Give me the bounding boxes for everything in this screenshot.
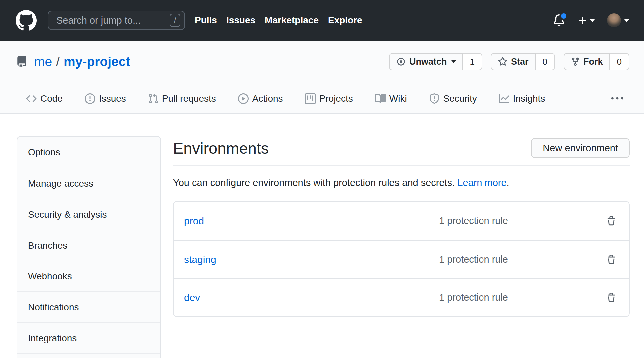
graph-icon [499, 93, 509, 104]
tab-pull-requests[interactable]: Pull requests [148, 93, 216, 104]
environments-panel: Environments New environment You can con… [173, 138, 630, 358]
chevron-down-icon [590, 19, 595, 22]
tab-issues[interactable]: Issues [85, 93, 126, 104]
delete-environment-button[interactable] [606, 293, 616, 303]
nav-link-explore[interactable]: Explore [328, 15, 362, 26]
tab-wiki[interactable]: Wiki [375, 93, 407, 104]
delete-environment-button[interactable] [606, 216, 616, 226]
environment-row: prod 1 protection rule [174, 202, 629, 240]
learn-more-link[interactable]: Learn more [457, 177, 506, 188]
tab-security[interactable]: Security [429, 93, 477, 104]
page-title: Environments [173, 139, 269, 157]
environment-row: staging 1 protection rule [174, 240, 629, 278]
trash-icon [606, 216, 616, 226]
unwatch-button[interactable]: Unwatch [389, 53, 463, 70]
environment-row: dev 1 protection rule [174, 278, 629, 316]
nav-link-pulls[interactable]: Pulls [195, 15, 217, 26]
environments-description: You can configure environments with prot… [173, 178, 630, 188]
repo-name-link[interactable]: my-project [64, 54, 130, 69]
shield-icon [429, 93, 440, 104]
settings-sidebar: Options Manage access Security & analysi… [17, 136, 161, 358]
search-placeholder: Search or jump to... [56, 15, 170, 26]
repo-pagehead: me / my-project Unwatch 1 Star 0 [0, 41, 644, 114]
tab-projects[interactable]: Projects [305, 93, 353, 104]
sidebar-item-webhooks[interactable]: Webhooks [17, 261, 160, 291]
environments-list: prod 1 protection rule staging 1 protect… [173, 201, 630, 317]
user-menu-button[interactable] [607, 13, 629, 27]
sidebar-item-integrations[interactable]: Integrations [17, 322, 160, 353]
create-new-button[interactable]: + [578, 13, 595, 27]
breadcrumb-separator: / [56, 54, 60, 69]
chevron-down-icon [624, 19, 629, 22]
trash-icon [606, 255, 616, 265]
sidebar-item-branches[interactable]: Branches [17, 230, 160, 261]
repo-owner-link[interactable]: me [34, 54, 52, 69]
delete-environment-button[interactable] [606, 255, 616, 265]
environment-link-dev[interactable]: dev [184, 292, 439, 303]
tab-insights[interactable]: Insights [499, 93, 545, 104]
chevron-down-icon [451, 60, 456, 63]
issue-opened-icon [85, 93, 95, 104]
tab-code[interactable]: Code [26, 93, 63, 104]
repo-tabs: Code Issues Pull requests Actions Projec… [26, 91, 629, 106]
slash-shortcut-hint: / [170, 14, 180, 27]
search-input[interactable]: Search or jump to... / [48, 11, 185, 30]
github-logo-icon[interactable] [16, 10, 37, 31]
tab-actions[interactable]: Actions [238, 93, 283, 104]
project-icon [305, 93, 316, 104]
title-divider [173, 165, 630, 166]
notification-dot [559, 12, 568, 20]
protection-rule-count: 1 protection rule [439, 292, 508, 303]
star-icon [498, 57, 508, 67]
navbar-right-cluster: + [553, 13, 629, 27]
avatar [607, 13, 621, 27]
code-icon [26, 93, 37, 104]
book-icon [375, 93, 386, 104]
fork-button-group: Fork 0 [564, 53, 629, 70]
notifications-bell-icon[interactable] [553, 14, 565, 26]
fork-count[interactable]: 0 [610, 53, 629, 70]
sidebar-item-partial[interactable] [17, 353, 160, 358]
sidebar-item-manage-access[interactable]: Manage access [17, 168, 160, 199]
star-button-group: Star 0 [491, 53, 555, 70]
repo-icon [16, 56, 27, 67]
trash-icon [606, 293, 616, 303]
navbar-links: Pulls Issues Marketplace Explore [195, 15, 362, 26]
nav-link-issues[interactable]: Issues [226, 15, 255, 26]
environment-link-staging[interactable]: staging [184, 254, 439, 265]
settings-content: Options Manage access Security & analysi… [0, 114, 644, 358]
sidebar-item-notifications[interactable]: Notifications [17, 291, 160, 322]
new-environment-button[interactable]: New environment [531, 138, 630, 158]
sidebar-item-options[interactable]: Options [17, 137, 160, 168]
global-navbar: Search or jump to... / Pulls Issues Mark… [0, 0, 644, 41]
fork-button[interactable]: Fork [564, 53, 610, 70]
play-icon [238, 93, 249, 104]
plus-icon: + [578, 13, 587, 27]
repo-action-buttons: Unwatch 1 Star 0 Fork 0 [389, 53, 629, 70]
kebab-menu-icon[interactable] [611, 93, 623, 105]
eye-icon [396, 57, 406, 67]
protection-rule-count: 1 protection rule [439, 215, 508, 226]
protection-rule-count: 1 protection rule [439, 254, 508, 265]
watch-count[interactable]: 1 [463, 53, 482, 70]
star-button[interactable]: Star [491, 53, 536, 70]
nav-link-marketplace[interactable]: Marketplace [265, 15, 319, 26]
fork-icon [571, 57, 580, 66]
environment-link-prod[interactable]: prod [184, 215, 439, 227]
watch-button-group: Unwatch 1 [389, 53, 482, 70]
star-count[interactable]: 0 [536, 53, 555, 70]
breadcrumb: me / my-project [34, 54, 130, 69]
sidebar-item-security-analysis[interactable]: Security & analysis [17, 199, 160, 230]
pull-request-icon [148, 93, 159, 104]
